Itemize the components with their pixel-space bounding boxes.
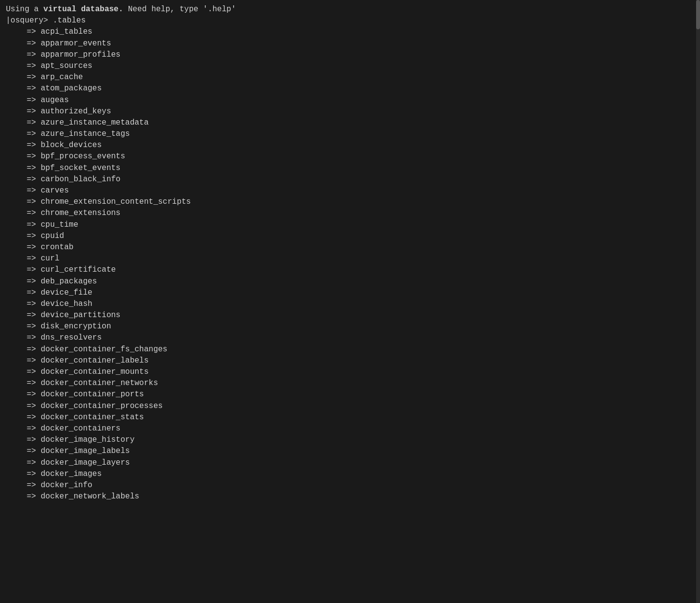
table-row: => curl_certificate — [6, 264, 694, 276]
table-row: => acpi_tables — [6, 26, 694, 38]
table-row: => carves — [6, 185, 694, 196]
arrow-icon: => — [17, 311, 36, 320]
table-row: => docker_container_processes — [6, 401, 694, 412]
table-row: => device_hash — [6, 299, 694, 310]
arrow-icon: => — [17, 84, 36, 93]
table-row: => docker_container_ports — [6, 389, 694, 400]
arrow-icon: => — [17, 152, 36, 161]
table-row: => docker_network_labels — [6, 491, 694, 502]
table-row: => docker_image_history — [6, 434, 694, 446]
table-row: => dns_resolvers — [6, 332, 694, 344]
arrow-icon: => — [17, 458, 36, 467]
arrow-icon: => — [17, 322, 36, 331]
table-row: => docker_images — [6, 469, 694, 480]
arrow-icon: => — [17, 129, 36, 138]
arrow-icon: => — [17, 27, 36, 36]
table-row: => carbon_black_info — [6, 174, 694, 185]
terminal-output: Using a virtual database. Need help, typ… — [6, 4, 694, 502]
arrow-icon: => — [17, 424, 36, 433]
arrow-icon: => — [17, 220, 36, 229]
arrow-icon: => — [17, 277, 36, 286]
arrow-icon: => — [17, 209, 36, 217]
arrow-icon: => — [17, 232, 36, 240]
table-row: => docker_container_fs_changes — [6, 344, 694, 355]
arrow-icon: => — [17, 288, 36, 297]
scrollbar-track[interactable] — [696, 0, 700, 603]
arrow-icon: => — [17, 356, 36, 365]
arrow-icon: => — [17, 96, 36, 105]
table-row: => docker_container_networks — [6, 378, 694, 389]
info-bold: virtual database. — [44, 5, 123, 14]
arrow-icon: => — [17, 470, 36, 478]
table-row: => chrome_extensions — [6, 208, 694, 219]
table-row: => docker_container_labels — [6, 355, 694, 366]
arrow-icon: => — [17, 390, 36, 399]
arrow-icon: => — [17, 492, 36, 501]
table-row: => apparmor_events — [6, 38, 694, 49]
table-row: => device_partitions — [6, 310, 694, 321]
table-row: => docker_info — [6, 480, 694, 491]
table-row: => docker_container_stats — [6, 412, 694, 423]
arrow-icon: => — [17, 379, 36, 388]
arrow-icon: => — [17, 118, 36, 127]
prompt-line[interactable]: |osquery> .tables — [6, 15, 694, 26]
table-row: => docker_containers — [6, 423, 694, 434]
arrow-icon: => — [17, 243, 36, 252]
table-row: => bpf_socket_events — [6, 163, 694, 174]
table-row: => cpu_time — [6, 219, 694, 231]
scrollbar-thumb[interactable] — [696, 0, 700, 29]
table-row: => docker_image_labels — [6, 446, 694, 457]
arrow-icon: => — [17, 435, 36, 444]
arrow-icon: => — [17, 300, 36, 308]
table-row: => device_file — [6, 287, 694, 299]
arrow-icon: => — [17, 481, 36, 490]
arrow-icon: => — [17, 345, 36, 354]
table-row: => atom_packages — [6, 83, 694, 94]
table-row: => curl — [6, 253, 694, 264]
table-row: => azure_instance_metadata — [6, 117, 694, 129]
table-row: => deb_packages — [6, 276, 694, 287]
info-suffix: Need help, type '.help' — [123, 5, 236, 14]
arrow-icon: => — [17, 141, 36, 150]
arrow-icon: => — [17, 254, 36, 263]
arrow-icon: => — [17, 197, 36, 206]
arrow-icon: => — [17, 333, 36, 342]
table-row: => docker_image_layers — [6, 457, 694, 469]
arrow-icon: => — [17, 367, 36, 376]
arrow-icon: => — [17, 447, 36, 455]
info-prefix: Using a — [6, 5, 44, 14]
arrow-icon: => — [17, 164, 36, 172]
table-row: => arp_cache — [6, 72, 694, 83]
arrow-icon: => — [17, 265, 36, 274]
arrow-icon: => — [17, 107, 36, 116]
table-row: => azure_instance_tags — [6, 129, 694, 140]
table-row: => crontab — [6, 242, 694, 253]
table-row: => augeas — [6, 95, 694, 106]
arrow-icon: => — [17, 73, 36, 82]
table-row: => chrome_extension_content_scripts — [6, 196, 694, 208]
table-row: => apparmor_profiles — [6, 49, 694, 61]
info-line: Using a virtual database. Need help, typ… — [6, 4, 694, 15]
table-row: => apt_sources — [6, 61, 694, 72]
arrow-icon: => — [17, 402, 36, 410]
table-list: => acpi_tables => apparmor_events => app… — [6, 26, 694, 502]
arrow-icon: => — [17, 175, 36, 184]
table-row: => disk_encryption — [6, 321, 694, 332]
arrow-icon: => — [17, 186, 36, 195]
table-row: => cpuid — [6, 231, 694, 242]
arrow-icon: => — [17, 62, 36, 70]
table-row: => authorized_keys — [6, 106, 694, 117]
arrow-icon: => — [17, 39, 36, 48]
arrow-icon: => — [17, 50, 36, 59]
table-row: => docker_container_mounts — [6, 366, 694, 378]
table-row: => bpf_process_events — [6, 151, 694, 162]
table-row: => block_devices — [6, 140, 694, 151]
arrow-icon: => — [17, 413, 36, 422]
